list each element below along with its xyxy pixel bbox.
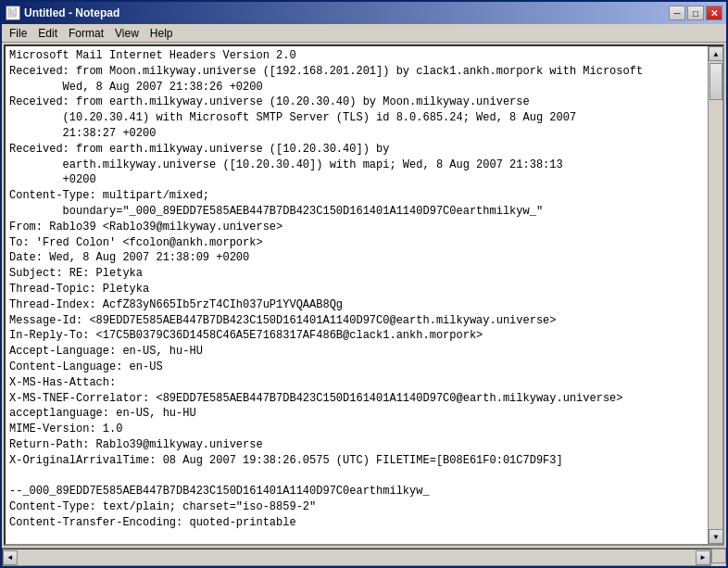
title-bar-left: Untitled - Notepad [6,6,119,20]
menu-file[interactable]: File [4,25,32,42]
scroll-left-button[interactable]: ◄ [3,550,18,565]
maximize-button[interactable]: □ [687,6,704,20]
scroll-down-button[interactable]: ▼ [709,529,723,544]
window-title: Untitled - Notepad [24,6,119,19]
title-bar-buttons: ─ □ ✕ [669,6,722,20]
menu-view[interactable]: View [109,25,144,42]
app-icon [6,6,20,20]
menu-edit[interactable]: Edit [32,25,63,42]
minimize-button[interactable]: ─ [669,6,685,20]
scrollbar-corner [711,549,726,563]
content-area: Microsoft Mail Internet Headers Version … [4,44,724,546]
scroll-track-v[interactable] [709,61,722,529]
scroll-right-button[interactable]: ► [696,550,710,565]
scroll-thumb-v[interactable] [709,63,722,100]
title-bar: Untitled - Notepad ─ □ ✕ [2,2,726,24]
notepad-window: Untitled - Notepad ─ □ ✕ File Edit Forma… [0,0,728,568]
bottom-area: ◄ ► [2,548,726,566]
vertical-scrollbar[interactable]: ▲ ▼ [708,46,722,544]
menu-bar: File Edit Format View Help [2,24,726,43]
menu-format[interactable]: Format [63,25,109,42]
scroll-up-button[interactable]: ▲ [709,46,723,61]
close-button[interactable]: ✕ [706,6,722,20]
horizontal-scrollbar[interactable]: ◄ ► [2,549,711,566]
text-editor[interactable]: Microsoft Mail Internet Headers Version … [6,46,708,544]
menu-help[interactable]: Help [144,25,179,42]
